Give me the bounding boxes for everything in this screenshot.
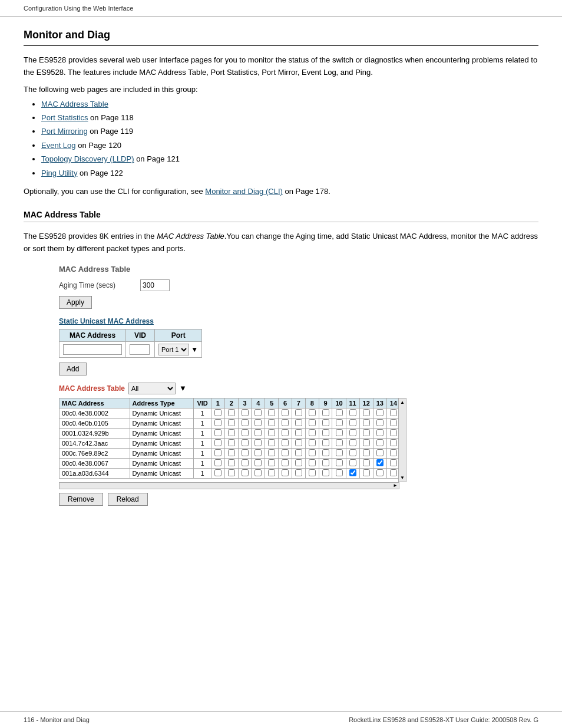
port-checkbox[interactable] <box>254 429 262 436</box>
port-checkbox[interactable] <box>268 409 275 416</box>
port-checkbox[interactable] <box>242 419 249 426</box>
port-select[interactable]: Port 1 Port 2 Port 3 <box>158 344 189 355</box>
port-checkbox-cell[interactable] <box>373 468 386 478</box>
port-checkbox[interactable] <box>214 429 222 436</box>
port-checkbox[interactable] <box>242 459 249 466</box>
port-checkbox-cell[interactable] <box>319 458 332 468</box>
port-checkbox-cell[interactable] <box>359 438 373 448</box>
port-checkbox-cell[interactable] <box>265 458 279 468</box>
link-topology-discovery[interactable]: Topology Discovery (LLDP) <box>41 154 134 163</box>
port-checkbox-cell[interactable] <box>211 418 225 428</box>
port-checkbox[interactable] <box>309 409 316 416</box>
port-checkbox[interactable] <box>254 409 262 416</box>
port-checkbox-cell[interactable] <box>305 428 319 438</box>
port-checkbox-cell[interactable] <box>238 458 252 468</box>
port-checkbox-cell[interactable] <box>238 408 252 418</box>
port-checkbox[interactable] <box>309 449 316 456</box>
port-checkbox[interactable] <box>295 449 302 456</box>
port-checkbox[interactable] <box>390 419 397 426</box>
static-vid-input[interactable] <box>130 344 150 355</box>
port-checkbox-cell[interactable] <box>359 408 373 418</box>
port-checkbox-cell[interactable] <box>279 468 292 478</box>
port-checkbox[interactable] <box>282 429 289 436</box>
port-checkbox[interactable] <box>214 469 222 476</box>
port-checkbox-cell[interactable] <box>279 448 292 458</box>
port-checkbox[interactable] <box>242 409 249 416</box>
port-checkbox-cell[interactable] <box>346 448 359 458</box>
remove-button[interactable]: Remove <box>59 493 103 506</box>
port-checkbox[interactable] <box>349 439 356 446</box>
port-checkbox-cell[interactable] <box>332 458 346 468</box>
port-checkbox[interactable] <box>214 439 222 446</box>
port-checkbox-cell[interactable] <box>292 468 305 478</box>
port-checkbox[interactable] <box>336 439 343 446</box>
port-checkbox[interactable] <box>390 429 397 436</box>
port-checkbox-cell[interactable] <box>292 408 305 418</box>
port-checkbox[interactable] <box>336 409 343 416</box>
port-checkbox[interactable] <box>268 429 275 436</box>
port-checkbox-cell[interactable] <box>305 458 319 468</box>
port-checkbox-cell[interactable] <box>319 428 332 438</box>
port-checkbox-cell[interactable] <box>373 428 386 438</box>
port-checkbox[interactable] <box>242 449 249 456</box>
port-checkbox[interactable] <box>228 449 235 456</box>
port-checkbox[interactable] <box>376 409 384 416</box>
port-checkbox-cell[interactable] <box>211 438 225 448</box>
port-checkbox[interactable] <box>322 449 329 456</box>
port-checkbox-cell[interactable] <box>319 448 332 458</box>
port-checkbox[interactable] <box>349 409 356 416</box>
port-checkbox-cell[interactable] <box>252 428 265 438</box>
port-checkbox[interactable] <box>295 459 302 466</box>
port-checkbox-cell[interactable] <box>319 408 332 418</box>
port-checkbox-cell[interactable] <box>319 468 332 478</box>
port-checkbox-cell[interactable] <box>224 438 238 448</box>
port-checkbox-cell[interactable] <box>332 408 346 418</box>
port-checkbox-cell[interactable] <box>292 428 305 438</box>
port-checkbox[interactable] <box>214 449 222 456</box>
port-checkbox[interactable] <box>295 439 302 446</box>
port-checkbox-cell[interactable] <box>238 428 252 438</box>
port-checkbox-cell[interactable] <box>211 448 225 458</box>
port-checkbox[interactable] <box>349 449 356 456</box>
port-checkbox-cell[interactable] <box>279 418 292 428</box>
port-checkbox-cell[interactable] <box>252 438 265 448</box>
port-checkbox[interactable] <box>268 449 275 456</box>
port-checkbox[interactable] <box>228 419 235 426</box>
port-checkbox[interactable] <box>322 439 329 446</box>
port-checkbox-cell[interactable] <box>224 418 238 428</box>
port-checkbox[interactable] <box>349 469 356 476</box>
port-checkbox-cell[interactable] <box>332 418 346 428</box>
port-checkbox-cell[interactable] <box>211 428 225 438</box>
port-checkbox[interactable] <box>322 469 329 476</box>
port-checkbox-cell[interactable] <box>224 458 238 468</box>
port-checkbox[interactable] <box>254 449 262 456</box>
port-checkbox[interactable] <box>390 449 397 456</box>
port-checkbox-cell[interactable] <box>238 468 252 478</box>
port-checkbox[interactable] <box>282 459 289 466</box>
port-checkbox[interactable] <box>349 459 356 466</box>
port-checkbox-cell[interactable] <box>359 458 373 468</box>
port-checkbox-cell[interactable] <box>359 468 373 478</box>
port-checkbox[interactable] <box>390 469 397 476</box>
port-checkbox[interactable] <box>336 429 343 436</box>
port-checkbox[interactable] <box>242 439 249 446</box>
port-checkbox-cell[interactable] <box>359 418 373 428</box>
port-checkbox[interactable] <box>363 439 370 446</box>
port-checkbox-cell[interactable] <box>359 448 373 458</box>
port-checkbox-cell[interactable] <box>386 438 398 448</box>
port-checkbox[interactable] <box>309 439 316 446</box>
port-checkbox-cell[interactable] <box>238 418 252 428</box>
port-checkbox[interactable] <box>309 469 316 476</box>
port-checkbox-cell[interactable] <box>346 418 359 428</box>
port-checkbox[interactable] <box>349 429 356 436</box>
port-checkbox[interactable] <box>268 469 275 476</box>
port-checkbox-cell[interactable] <box>346 428 359 438</box>
port-checkbox[interactable] <box>336 469 343 476</box>
port-checkbox[interactable] <box>376 469 384 476</box>
port-checkbox-cell[interactable] <box>265 418 279 428</box>
port-checkbox[interactable] <box>309 459 316 466</box>
port-checkbox[interactable] <box>214 459 222 466</box>
port-checkbox[interactable] <box>254 469 262 476</box>
port-checkbox[interactable] <box>295 419 302 426</box>
port-checkbox-cell[interactable] <box>305 448 319 458</box>
